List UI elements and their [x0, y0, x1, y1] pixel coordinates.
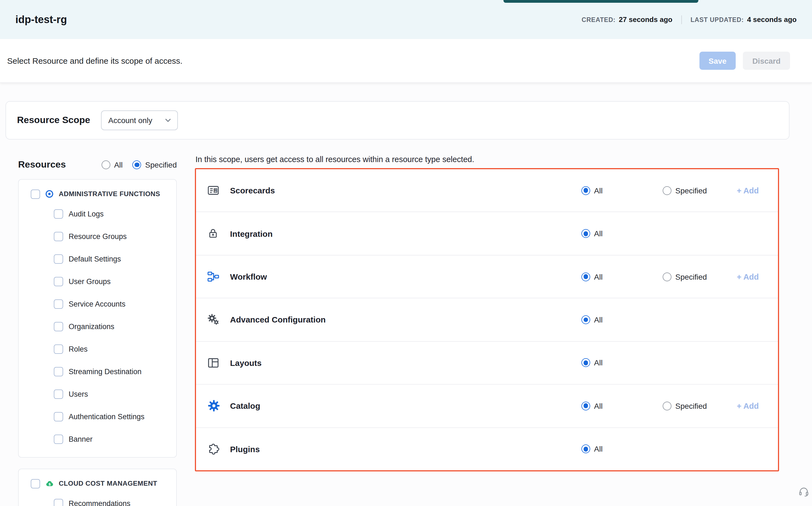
all-option-label: All	[594, 402, 603, 410]
resource-item-label: Streaming Destination	[69, 367, 142, 376]
radio-unselected-icon[interactable]	[663, 402, 672, 410]
resource-item[interactable]: Authentication Settings	[19, 406, 176, 428]
created-label: CREATED:	[582, 16, 616, 23]
add-button[interactable]: + Add	[737, 402, 769, 410]
all-option[interactable]: All	[582, 229, 663, 238]
scope-description: In this scope, users get access to all r…	[195, 155, 474, 164]
chevron-down-icon	[166, 119, 171, 122]
all-option[interactable]: All	[582, 186, 663, 195]
radio-selected-icon[interactable]	[582, 358, 590, 367]
all-option[interactable]: All	[582, 315, 663, 324]
resource-item-label: Roles	[69, 345, 88, 353]
all-option[interactable]: All	[582, 444, 663, 453]
row-icon-slot	[207, 228, 230, 240]
group-icon-slot: $	[45, 479, 54, 488]
discard-button[interactable]: Discard	[743, 52, 790, 70]
resource-item[interactable]: Organizations	[19, 315, 176, 338]
resources-all-option[interactable]: All	[102, 160, 123, 169]
resource-item[interactable]: Audit Logs	[19, 203, 176, 225]
meta-divider	[681, 15, 682, 24]
all-option[interactable]: All	[582, 402, 663, 410]
resource-item[interactable]: User Groups	[19, 270, 176, 293]
resource-item[interactable]: Recommendations	[19, 492, 176, 506]
item-checkbox[interactable]	[54, 277, 63, 286]
item-checkbox[interactable]	[54, 322, 63, 331]
scope-rows: B Scorecards All Specified + Add Integra…	[195, 168, 779, 472]
item-checkbox[interactable]	[54, 390, 63, 399]
resource-item[interactable]: Service Accounts	[19, 293, 176, 315]
scorecards-icon: B	[207, 184, 220, 197]
resource-item[interactable]: Resource Groups	[19, 225, 176, 248]
resource-group-card: ADMINISTRATIVE FUNCTIONS Audit Logs Reso…	[18, 179, 177, 458]
resource-item[interactable]: Streaming Destination	[19, 360, 176, 383]
resources-all-label: All	[114, 160, 123, 169]
group-checkbox[interactable]	[31, 189, 40, 198]
specified-option[interactable]: Specified	[663, 272, 737, 281]
radio-selected-icon[interactable]	[582, 272, 590, 281]
item-checkbox[interactable]	[54, 254, 63, 264]
add-button[interactable]: + Add	[737, 186, 769, 195]
radio-selected-icon[interactable]	[582, 402, 590, 410]
resource-type-name: Scorecards	[230, 186, 582, 195]
item-checkbox[interactable]	[54, 209, 63, 219]
item-checkbox[interactable]	[54, 367, 63, 376]
specified-option[interactable]: Specified	[663, 186, 737, 195]
resource-type-name: Plugins	[230, 444, 582, 453]
item-checkbox[interactable]	[54, 344, 63, 354]
radio-unselected-icon[interactable]	[663, 272, 672, 281]
radio-selected-icon[interactable]	[582, 315, 590, 324]
specified-option[interactable]: Specified	[663, 402, 737, 410]
resource-item-label: User Groups	[69, 277, 111, 286]
resource-group-header[interactable]: $ CLOUD COST MANAGEMENT	[19, 475, 176, 492]
page-header: idp-test-rg CREATED: 27 seconds ago LAST…	[0, 0, 812, 39]
resource-item-label: Audit Logs	[69, 210, 104, 218]
resource-type-row: Layouts All	[196, 341, 778, 384]
radio-selected-icon[interactable]	[582, 229, 590, 238]
add-button[interactable]: + Add	[737, 272, 769, 281]
resource-item[interactable]: Default Settings	[19, 248, 176, 270]
resource-scope-dropdown[interactable]: Account only	[101, 110, 178, 130]
top-scrollbar-thumb[interactable]	[503, 0, 698, 3]
resource-item-label: Organizations	[69, 323, 114, 331]
group-label: CLOUD COST MANAGEMENT	[59, 480, 157, 487]
radio-unselected-icon[interactable]	[663, 186, 672, 195]
row-icon-slot	[207, 270, 230, 283]
item-checkbox[interactable]	[54, 412, 63, 421]
app-root: idp-test-rg CREATED: 27 seconds ago LAST…	[0, 0, 812, 506]
radio-unselected-icon[interactable]	[102, 160, 110, 169]
lock-icon	[207, 228, 219, 240]
toolbar-actions: Save Discard	[699, 52, 790, 70]
admin-functions-icon	[45, 189, 54, 198]
toolbar: Select Resource and define its scope of …	[0, 39, 812, 83]
item-checkbox[interactable]	[54, 232, 63, 241]
item-checkbox[interactable]	[54, 435, 63, 444]
radio-selected-icon[interactable]	[132, 160, 141, 169]
resource-type-row: Plugins All	[196, 427, 778, 470]
resource-item[interactable]: Banner	[19, 428, 176, 450]
all-option[interactable]: All	[582, 272, 663, 281]
resource-item[interactable]: Users	[19, 383, 176, 406]
resources-title: Resources	[18, 159, 66, 170]
resources-specified-option[interactable]: Specified	[132, 160, 177, 169]
resource-group-header[interactable]: ADMINISTRATIVE FUNCTIONS	[19, 185, 176, 203]
item-checkbox[interactable]	[54, 499, 63, 506]
all-option[interactable]: All	[582, 358, 663, 367]
group-items: Recommendations	[19, 492, 176, 506]
resource-type-name: Advanced Configuration	[230, 315, 582, 324]
all-option-label: All	[594, 358, 603, 367]
toolbar-description: Select Resource and define its scope of …	[7, 56, 183, 65]
resource-type-row: Advanced Configuration All	[196, 298, 778, 341]
headset-icon[interactable]	[798, 486, 809, 497]
resource-scope-value: Account only	[108, 116, 152, 125]
resource-item-label: Default Settings	[69, 255, 121, 263]
item-checkbox[interactable]	[54, 300, 63, 309]
specified-option-label: Specified	[675, 186, 707, 195]
resources-specified-label: Specified	[145, 160, 177, 169]
radio-selected-icon[interactable]	[582, 444, 590, 453]
resource-item[interactable]: Roles	[19, 338, 176, 360]
save-button[interactable]: Save	[699, 52, 736, 70]
group-checkbox[interactable]	[31, 479, 40, 488]
radio-selected-icon[interactable]	[582, 186, 590, 195]
row-icon-slot	[207, 356, 230, 369]
resource-type-name: Catalog	[230, 401, 582, 411]
